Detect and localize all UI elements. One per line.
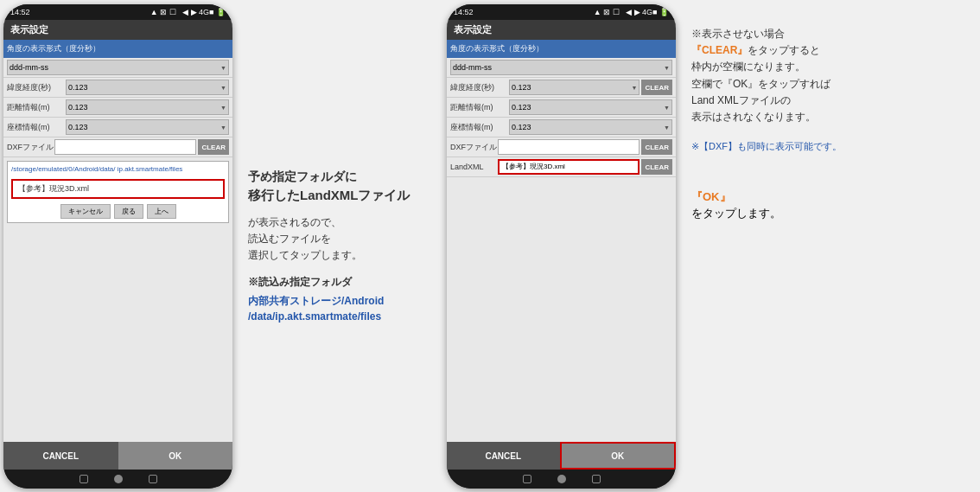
file-path-1: /storage/emulated/0/Android/data/ ip.akt…: [11, 165, 225, 174]
coord-row-2: 座標情報(m) 0.123 ▼: [447, 118, 676, 137]
right-note-1: ※表示させない場合 『CLEAR』をタップすると枠内が空欄になります。空欄で『O…: [691, 26, 875, 125]
dxf-clear-btn-2[interactable]: CLEAR: [641, 139, 672, 155]
nav-bar-1: [3, 470, 232, 489]
angle-arrow-1: ▼: [220, 65, 226, 71]
latitude-row-1: 緯度経度(秒) 0.123 ▼: [3, 78, 232, 98]
app-header-2: 表示設定: [447, 20, 676, 40]
square-btn-2[interactable]: [592, 475, 601, 483]
status-bar-2: 14:52 ▲ ⊠ ☐ ◀ ▶ 4G■ 🔋: [447, 4, 676, 20]
angle-section-1: 角度の表示形式（度分秒）: [3, 40, 232, 58]
middle-heading: 予め指定フォルダに 移行したLandXMLファイル: [248, 168, 431, 206]
latitude-row-2: 緯度経度(秒) 0.123 ▼ CLEAR: [447, 78, 676, 98]
landxml-clear-btn-2[interactable]: CLEAR: [641, 159, 672, 175]
latitude-select-1[interactable]: 0.123 ▼: [66, 80, 229, 95]
back-btn-2[interactable]: [523, 475, 531, 483]
nav-bar-2: [447, 470, 676, 489]
phone-2: 14:52 ▲ ⊠ ☐ ◀ ▶ 4G■ 🔋 表示設定 角度の表示形式（度分秒） …: [447, 4, 676, 489]
dxf-row-1: DXFファイル CLEAR: [3, 137, 232, 157]
home-btn-1[interactable]: [114, 475, 123, 483]
bottom-buttons-2: CANCEL OK: [447, 442, 676, 470]
landxml-input-2[interactable]: 【参考】現況3D.xml: [498, 159, 640, 175]
up-nav-btn-1[interactable]: 上へ: [147, 204, 176, 219]
coord-select-1[interactable]: 0.123 ▼: [66, 119, 229, 135]
right-sub-note: ※【DXF】も同時に表示可能です。: [691, 139, 875, 154]
screen-2: 表示設定 角度の表示形式（度分秒） ddd-mm-ss ▼ 緯度経度(秒): [447, 20, 676, 470]
right-text-area: ※表示させない場合 『CLEAR』をタップすると枠内が空欄になります。空欄で『O…: [679, 0, 887, 492]
coord-row-1: 座標情報(m) 0.123 ▼: [3, 118, 232, 137]
back-nav-btn-1[interactable]: 戻る: [114, 204, 143, 219]
middle-note-title: ※読込み指定フォルダ: [248, 275, 431, 290]
angle-select-2[interactable]: ddd-mm-ss ▼: [450, 60, 672, 75]
angle-row-1: ddd-mm-ss ▼: [3, 58, 232, 78]
square-btn-1[interactable]: [149, 475, 157, 483]
screen-1: 表示設定 角度の表示形式（度分秒） ddd-mm-ss ▼ 緯度経度(秒): [3, 20, 232, 470]
cancel-button-1[interactable]: CANCEL: [3, 442, 118, 470]
distance-row-1: 距離情報(m) 0.123 ▼: [3, 98, 232, 118]
angle-arrow-2: ▼: [664, 65, 670, 71]
right-ok-note: 『OK』 をタップします。: [691, 188, 875, 221]
latitude-select-2[interactable]: 0.123 ▼: [509, 80, 640, 95]
dxf-row-2: DXFファイル CLEAR: [447, 137, 676, 157]
ok-button-1[interactable]: OK: [118, 442, 233, 470]
dxf-input-2[interactable]: [498, 139, 640, 155]
phone-1: 14:52 ▲ ⊠ ☐ ◀ ▶ 4G■ 🔋 表示設定 角度の表示形式（度分秒） …: [3, 4, 232, 489]
file-item-1[interactable]: 【参考】現況3D.xml: [11, 179, 225, 199]
settings-panel-2: 角度の表示形式（度分秒） ddd-mm-ss ▼ 緯度経度(秒) 0.123 ▼: [447, 40, 676, 442]
middle-body: が表示されるので、 読込むファイルを 選択してタップします。: [248, 214, 431, 265]
bottom-buttons-1: CANCEL OK: [3, 442, 232, 470]
cancel-nav-btn-1[interactable]: キャンセル: [60, 204, 111, 219]
spacer-2: [447, 177, 676, 442]
file-browser-1: /storage/emulated/0/Android/data/ ip.akt…: [7, 161, 229, 223]
middle-note-link: 内部共有ストレージ/Android/data/ip.akt.smartmate/…: [248, 293, 431, 324]
angle-section-2: 角度の表示形式（度分秒）: [447, 40, 676, 58]
cancel-button-2[interactable]: CANCEL: [447, 442, 560, 470]
back-btn-1[interactable]: [80, 475, 88, 483]
dxf-clear-btn-1[interactable]: CLEAR: [198, 139, 229, 155]
coord-select-2[interactable]: 0.123 ▼: [509, 119, 672, 135]
distance-row-2: 距離情報(m) 0.123 ▼: [447, 98, 676, 118]
status-bar-1: 14:52 ▲ ⊠ ☐ ◀ ▶ 4G■ 🔋: [3, 4, 232, 20]
file-nav-row-1: キャンセル 戻る 上へ: [11, 204, 225, 219]
angle-row-2: ddd-mm-ss ▼: [447, 58, 676, 78]
app-header-1: 表示設定: [3, 20, 232, 40]
dxf-input-1[interactable]: [54, 139, 196, 155]
settings-panel-1: 角度の表示形式（度分秒） ddd-mm-ss ▼ 緯度経度(秒) 0.123 ▼: [3, 40, 232, 442]
landxml-row-2: LandXML 【参考】現況3D.xml CLEAR: [447, 157, 676, 177]
distance-select-2[interactable]: 0.123 ▼: [509, 99, 672, 115]
middle-text-area: 予め指定フォルダに 移行したLandXMLファイル が表示されるので、 読込むフ…: [236, 0, 443, 492]
ok-button-2[interactable]: OK: [560, 442, 677, 470]
latitude-clear-btn-2[interactable]: CLEAR: [641, 80, 672, 95]
angle-select-1[interactable]: ddd-mm-ss ▼: [7, 60, 229, 75]
distance-select-1[interactable]: 0.123 ▼: [66, 99, 229, 115]
home-btn-2[interactable]: [557, 475, 566, 483]
